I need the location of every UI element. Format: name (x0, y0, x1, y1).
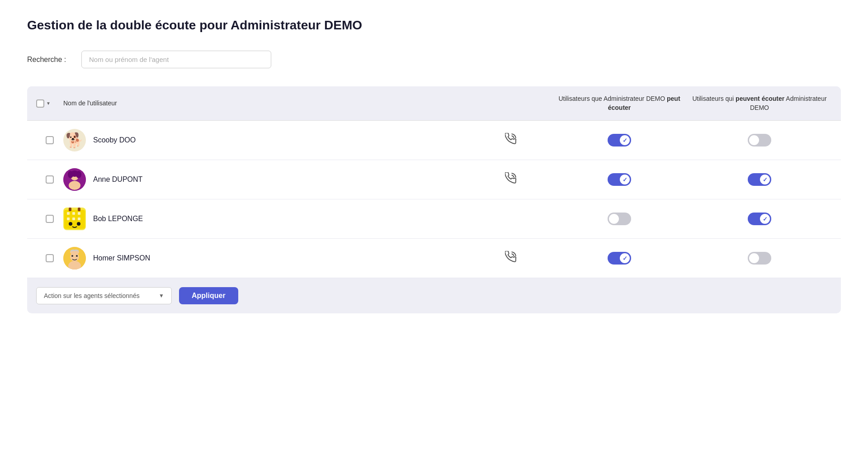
toggle-can-listen-scooby[interactable]: ✓ (552, 134, 687, 147)
avatar-scooby: 🐕 (63, 129, 86, 151)
toggle-can-be-listened-scooby[interactable]: ✓ (687, 134, 832, 147)
search-input[interactable] (81, 51, 271, 68)
svg-point-20 (71, 255, 73, 257)
phone-wave-icon (505, 251, 517, 265)
col-can-be-listened-header: Utilisateurs qui peuvent écouter Adminis… (687, 95, 832, 112)
phone-icon-cell-anne (470, 172, 552, 187)
svg-rect-10 (67, 217, 70, 220)
apply-button[interactable]: Appliquer (179, 287, 238, 304)
toggle-can-be-listened-bob[interactable]: ✓ (687, 213, 832, 225)
phone-wave-icon (505, 133, 517, 147)
table-row: 🐕 Scooby DOO ✓ ✓ (27, 121, 841, 160)
user-name-scooby: Scooby DOO (93, 136, 136, 144)
header-checkbox-area[interactable]: ▼ (36, 99, 63, 108)
col-username-header: Nom de l'utilisateur (63, 99, 470, 108)
user-name-homer: Homer SIMPSON (93, 254, 150, 262)
phone-icon-cell-scooby (470, 133, 552, 147)
user-info-scooby: 🐕 Scooby DOO (63, 129, 470, 151)
user-name-anne: Anne DUPONT (93, 175, 142, 184)
bottom-action-bar: Action sur les agents sélectionnés ▼ App… (27, 278, 841, 313)
toggle-homer-listen[interactable]: ✓ (608, 252, 631, 265)
svg-point-13 (69, 222, 72, 226)
action-select-label: Action sur les agents sélectionnés (44, 292, 140, 299)
user-name-bob: Bob LEPONGE (93, 215, 143, 223)
row-checkbox-scooby[interactable] (46, 136, 54, 144)
row-checkbox-bob[interactable] (46, 215, 54, 223)
svg-rect-16 (78, 208, 80, 211)
toggle-homer-be-listened[interactable]: ✓ (748, 252, 771, 265)
toggle-bob-be-listened[interactable]: ✓ (748, 213, 771, 225)
avatar-anne (63, 168, 86, 191)
user-info-bob: Bob LEPONGE (63, 208, 470, 230)
page-title: Gestion de la double écoute pour Adminis… (27, 18, 841, 33)
row-checkbox-cell[interactable] (36, 136, 63, 144)
svg-point-21 (76, 255, 78, 257)
phone-wave-icon (505, 172, 517, 187)
svg-rect-9 (78, 212, 80, 215)
row-checkbox-cell[interactable] (36, 215, 63, 223)
toggle-can-listen-anne[interactable]: ✓ (552, 173, 687, 186)
col-can-listen-header: Utilisateurs que Administrateur DEMO peu… (552, 95, 687, 112)
toggle-bob-listen[interactable]: ✓ (608, 213, 631, 225)
avatar-homer (63, 247, 86, 269)
table-header: ▼ Nom de l'utilisateur Utilisateurs que … (27, 86, 841, 121)
toggle-scooby-be-listened[interactable]: ✓ (748, 134, 771, 147)
user-info-anne: Anne DUPONT (63, 168, 470, 191)
svg-rect-12 (78, 217, 80, 220)
select-all-checkbox[interactable] (36, 99, 44, 108)
toggle-anne-listen[interactable]: ✓ (608, 173, 631, 186)
table-row: Bob LEPONGE ✓ ✓ (27, 199, 841, 239)
search-label: Recherche : (27, 56, 72, 64)
avatar-bob (63, 208, 86, 230)
row-checkbox-anne[interactable] (46, 175, 54, 184)
phone-icon-cell-homer (470, 251, 552, 265)
row-checkbox-cell[interactable] (36, 175, 63, 184)
svg-rect-7 (67, 212, 70, 215)
table-row: Anne DUPONT ✓ ✓ (27, 160, 841, 199)
svg-point-5 (71, 170, 79, 177)
svg-rect-11 (72, 217, 75, 220)
toggle-anne-be-listened[interactable]: ✓ (748, 173, 771, 186)
toggle-can-be-listened-anne[interactable]: ✓ (687, 173, 832, 186)
svg-rect-8 (72, 212, 75, 215)
svg-point-14 (77, 222, 80, 226)
toggle-scooby-listen[interactable]: ✓ (608, 134, 631, 147)
users-table: ▼ Nom de l'utilisateur Utilisateurs que … (27, 86, 841, 313)
toggle-can-listen-homer[interactable]: ✓ (552, 252, 687, 265)
action-select-arrow: ▼ (159, 293, 164, 299)
svg-point-2 (69, 181, 80, 190)
user-info-homer: Homer SIMPSON (63, 247, 470, 269)
toggle-can-be-listened-homer[interactable]: ✓ (687, 252, 832, 265)
toggle-can-listen-bob[interactable]: ✓ (552, 213, 687, 225)
row-checkbox-homer[interactable] (46, 254, 54, 262)
row-checkbox-cell[interactable] (36, 254, 63, 262)
action-select[interactable]: Action sur les agents sélectionnés ▼ (36, 287, 172, 304)
select-dropdown-arrow[interactable]: ▼ (46, 101, 51, 106)
table-row: Homer SIMPSON ✓ ✓ (27, 239, 841, 278)
search-row: Recherche : (27, 51, 841, 68)
svg-rect-15 (69, 208, 71, 211)
